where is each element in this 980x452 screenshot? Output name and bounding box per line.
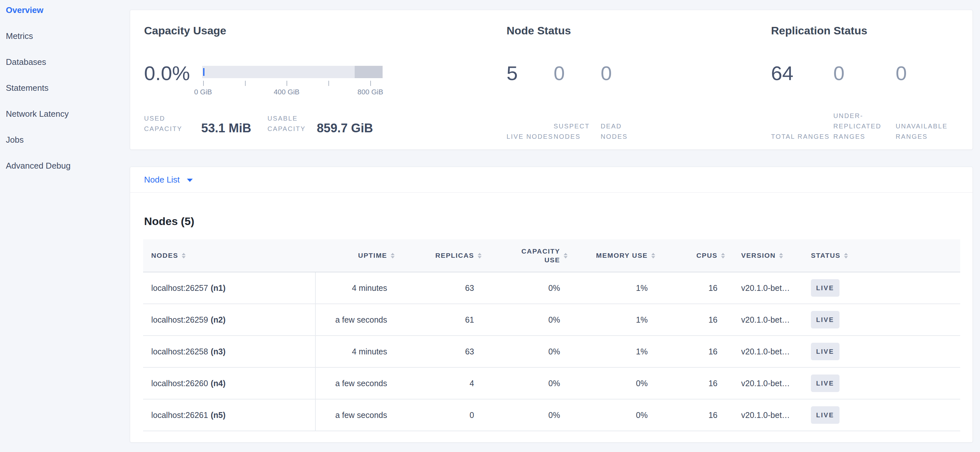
- cell-capacity-use: 0%: [484, 336, 570, 367]
- table-row: localhost:26257(n1)4 minutes630%1%16v20.…: [143, 272, 960, 304]
- cell-capacity-use: 0%: [484, 304, 570, 335]
- used-capacity-label: USED CAPACITY: [144, 113, 193, 134]
- table-row: localhost:26260(n4)a few seconds40%0%16v…: [143, 368, 960, 400]
- column-header-status[interactable]: STATUS: [808, 239, 960, 272]
- cell-node: localhost:26257(n1): [143, 272, 316, 303]
- node-status-value-dead-nodes: 0: [601, 63, 648, 83]
- cell-status: LIVE: [808, 368, 960, 399]
- node-list-header: Node List: [130, 167, 972, 193]
- node-status-label-suspect-nodes: SUSPECT NODES: [554, 121, 601, 142]
- column-header-label: NODES: [151, 252, 178, 259]
- sort-asc-arrow: [779, 253, 783, 255]
- sort-desc-arrow: [651, 256, 655, 259]
- status-badge: LIVE: [811, 343, 840, 360]
- sort-desc-arrow: [391, 256, 395, 259]
- column-header-label: CPUS: [696, 252, 718, 259]
- main-content: Capacity Usage 0.0% 0 GiB400 GiB800 GiB …: [130, 10, 973, 442]
- cell-replicas: 63: [397, 272, 484, 303]
- sort-desc-arrow: [564, 256, 568, 259]
- status-badge: LIVE: [811, 374, 840, 392]
- cell-replicas: 0: [397, 400, 484, 431]
- sort-asc-arrow: [182, 253, 186, 255]
- usable-capacity-label: USABLE CAPACITY: [267, 113, 312, 134]
- sort-icon: [779, 253, 783, 259]
- sort-desc-arrow: [478, 256, 482, 259]
- node-status-values: 500: [507, 63, 648, 83]
- sort-icon: [721, 253, 725, 259]
- status-badge: LIVE: [811, 279, 840, 297]
- column-header-cpus[interactable]: CPUS: [657, 239, 727, 272]
- axis-tick-label: 400 GiB: [274, 88, 299, 96]
- node-list-dropdown-label: Node List: [144, 175, 180, 185]
- capacity-bar-track: [202, 66, 383, 78]
- node-link[interactable]: localhost:26261(n5): [151, 411, 226, 420]
- column-header-capacity-use[interactable]: CAPACITY USE: [484, 239, 570, 272]
- cell-node: localhost:26258(n3): [143, 336, 316, 367]
- cell-version: v20.1.0-bet…: [727, 368, 808, 399]
- column-header-version[interactable]: VERSION: [727, 239, 808, 272]
- cell-node: localhost:26260(n4): [143, 368, 316, 399]
- sidebar-item-overview[interactable]: Overview: [0, 0, 128, 23]
- status-badge: LIVE: [811, 406, 840, 424]
- column-header-label: MEMORY USE: [596, 252, 648, 259]
- cell-capacity-use: 0%: [484, 272, 570, 303]
- node-list-dropdown[interactable]: Node List: [144, 175, 193, 185]
- capacity-usage-title: Capacity Usage: [144, 24, 226, 37]
- replication-label-under-replicated-ranges: UNDER-REPLICATED RANGES: [833, 111, 896, 142]
- node-link[interactable]: localhost:26257(n1): [151, 283, 226, 293]
- sort-icon: [181, 253, 186, 259]
- replication-status-title: Replication Status: [771, 24, 867, 37]
- cell-version: v20.1.0-bet…: [727, 304, 808, 335]
- cell-memory-use: 1%: [570, 272, 657, 303]
- column-header-label: VERSION: [741, 252, 776, 259]
- node-link[interactable]: localhost:26258(n3): [151, 347, 226, 356]
- sort-desc-arrow: [779, 256, 783, 259]
- nodes-table-body: localhost:26257(n1)4 minutes630%1%16v20.…: [143, 272, 960, 431]
- column-header-uptime[interactable]: UPTIME: [316, 239, 397, 272]
- column-header-label: CAPACITY USE: [521, 247, 560, 264]
- axis-tick: [286, 81, 287, 86]
- sidebar-item-databases[interactable]: Databases: [0, 49, 128, 75]
- node-link[interactable]: localhost:26260(n4): [151, 379, 226, 388]
- replication-label-total-ranges: TOTAL RANGES: [771, 131, 833, 142]
- cell-version: v20.1.0-bet…: [727, 272, 808, 303]
- cell-uptime: a few seconds: [316, 368, 397, 399]
- cell-status: LIVE: [808, 400, 960, 431]
- sidebar-item-statements[interactable]: Statements: [0, 75, 128, 101]
- replication-status-labels: TOTAL RANGESUNDER-REPLICATED RANGESUNAVA…: [771, 107, 958, 142]
- capacity-bar-reserved-segment: [355, 66, 383, 78]
- replication-label-unavailable-ranges: UNAVAILABLE RANGES: [896, 121, 958, 142]
- sidebar-item-advanced-debug[interactable]: Advanced Debug: [0, 153, 128, 179]
- node-status-title: Node Status: [507, 24, 571, 37]
- cell-status: LIVE: [808, 336, 960, 367]
- axis-tick: [245, 81, 246, 86]
- cell-replicas: 4: [397, 368, 484, 399]
- column-header-label: UPTIME: [358, 252, 387, 259]
- column-header-replicas[interactable]: REPLICAS: [397, 239, 484, 272]
- cell-replicas: 61: [397, 304, 484, 335]
- cell-version: v20.1.0-bet…: [727, 400, 808, 431]
- node-link[interactable]: localhost:26259(n2): [151, 315, 226, 325]
- table-row: localhost:26261(n5)a few seconds00%0%16v…: [143, 400, 960, 431]
- column-header-nodes[interactable]: NODES: [143, 239, 316, 272]
- cell-cpus: 16: [657, 336, 727, 367]
- replication-value-total-ranges: 64: [771, 63, 833, 83]
- sort-desc-arrow: [721, 256, 725, 259]
- sort-desc-arrow: [182, 256, 186, 259]
- status-badge: LIVE: [811, 311, 840, 328]
- sidebar-item-jobs[interactable]: Jobs: [0, 127, 128, 153]
- sidebar-item-network-latency[interactable]: Network Latency: [0, 101, 128, 127]
- sort-icon: [651, 253, 655, 259]
- sidebar-item-metrics[interactable]: Metrics: [0, 23, 128, 49]
- cell-cpus: 16: [657, 304, 727, 335]
- cell-version: v20.1.0-bet…: [727, 336, 808, 367]
- sidebar: OverviewMetricsDatabasesStatementsNetwor…: [0, 0, 128, 452]
- capacity-used-marker: [203, 68, 204, 76]
- column-header-label: STATUS: [811, 252, 840, 259]
- table-row: localhost:26259(n2)a few seconds610%1%16…: [143, 304, 960, 336]
- cell-memory-use: 1%: [570, 336, 657, 367]
- sort-icon: [477, 253, 482, 259]
- cell-node: localhost:26259(n2): [143, 304, 316, 335]
- node-status-value-suspect-nodes: 0: [554, 63, 601, 83]
- column-header-memory-use[interactable]: MEMORY USE: [570, 239, 657, 272]
